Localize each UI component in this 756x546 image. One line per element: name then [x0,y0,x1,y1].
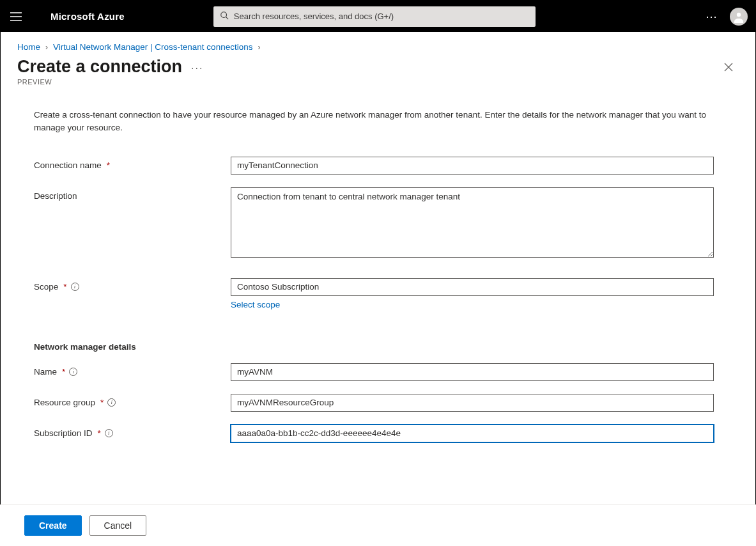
svg-point-1 [737,12,741,16]
row-connection-name: Connection name* [34,157,722,175]
chevron-right-icon: › [258,43,260,52]
page-title: Create a connection [17,57,182,77]
description-input[interactable] [231,187,714,258]
breadcrumb-section[interactable]: Virtual Network Manager | Cross-tenant c… [53,42,252,52]
select-scope-link[interactable]: Select scope [231,300,280,309]
brand-label: Microsoft Azure [50,11,125,22]
search-icon [220,11,229,22]
hamburger-icon[interactable] [8,9,24,24]
close-icon[interactable] [723,62,734,75]
intro-text: Create a cross-tenant connection to have… [34,109,711,135]
info-icon[interactable]: i [107,398,116,407]
row-description: Description [34,187,722,260]
form-content: Create a cross-tenant connection to have… [1,109,755,526]
scope-input[interactable] [231,278,714,296]
footer-bar: Create Cancel [0,504,756,546]
resource-group-input[interactable] [231,394,714,412]
title-more-icon[interactable]: ··· [191,60,203,74]
page-header: Create a connection ··· PREVIEW [1,56,755,109]
label-scope: Scope* i [34,278,231,292]
global-search[interactable] [213,6,536,27]
create-button[interactable]: Create [24,515,82,536]
row-resource-group: Resource group* i [34,394,722,412]
top-bar: Microsoft Azure ⋯ [1,1,755,32]
required-asterisk: * [107,160,110,170]
required-asterisk: * [62,367,65,377]
preview-tag: PREVIEW [17,78,739,86]
more-horizontal-icon[interactable]: ⋯ [706,10,718,24]
info-icon[interactable]: i [69,368,77,376]
svg-point-0 [221,12,227,17]
breadcrumb: Home › Virtual Network Manager | Cross-t… [1,32,755,56]
search-input[interactable] [234,12,529,21]
label-description: Description [34,187,231,201]
chevron-right-icon: › [45,43,48,52]
subscription-id-input[interactable] [231,425,714,442]
user-avatar[interactable] [730,8,748,26]
label-resource-group: Resource group* i [34,394,231,407]
row-nm-name: Name* i [34,363,722,381]
info-icon[interactable]: i [71,283,79,291]
row-scope: Scope* i Select scope [34,278,722,328]
cancel-button[interactable]: Cancel [89,515,147,536]
row-subscription-id: Subscription ID* i [34,425,722,442]
label-nm-name: Name* i [34,363,231,377]
label-subscription-id: Subscription ID* i [34,425,231,438]
search-wrap [213,6,536,27]
required-asterisk: * [100,398,104,407]
required-asterisk: * [98,428,101,438]
nm-name-input[interactable] [231,363,714,381]
required-asterisk: * [63,282,66,292]
info-icon[interactable]: i [105,429,113,437]
breadcrumb-home[interactable]: Home [17,42,40,52]
label-connection-name: Connection name* [34,157,231,170]
section-heading-nm-details: Network manager details [34,342,722,352]
topbar-right: ⋯ [706,8,748,26]
connection-name-input[interactable] [231,157,714,175]
